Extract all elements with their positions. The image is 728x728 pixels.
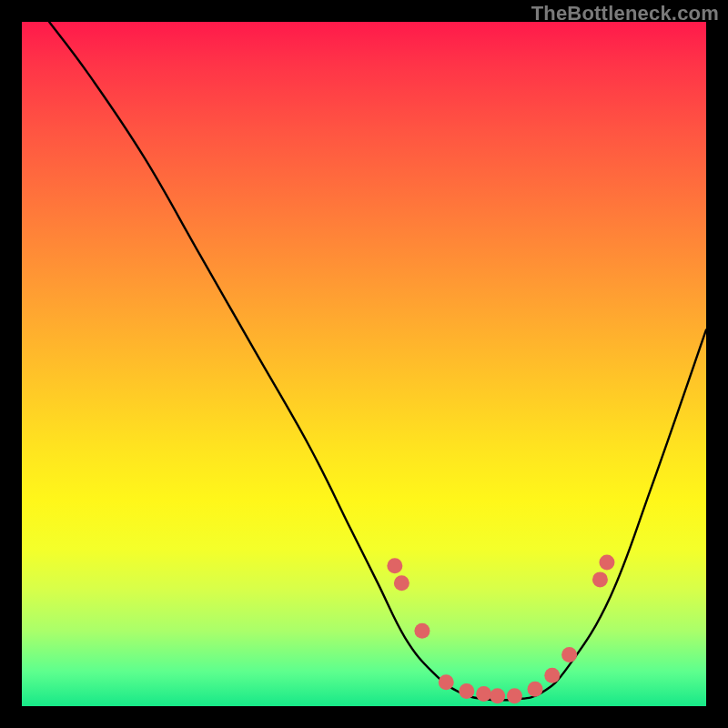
marker-dot (528, 682, 543, 697)
marker-dot (544, 668, 560, 683)
marker-dot (490, 688, 505, 703)
marker-dot (476, 686, 491, 702)
curve-svg (22, 22, 706, 706)
bottleneck-curve (49, 22, 706, 701)
marker-dot (387, 558, 402, 573)
marker-dot (592, 571, 608, 587)
marker-dots (387, 555, 614, 704)
plot-area (22, 22, 706, 706)
marker-dot (599, 555, 614, 571)
marker-dot (439, 674, 454, 690)
marker-dot (394, 575, 410, 591)
marker-dot (414, 623, 430, 639)
marker-dot (561, 647, 577, 662)
marker-dot (507, 688, 522, 703)
chart-frame: TheBottleneck.com (0, 0, 728, 728)
marker-dot (459, 683, 474, 699)
